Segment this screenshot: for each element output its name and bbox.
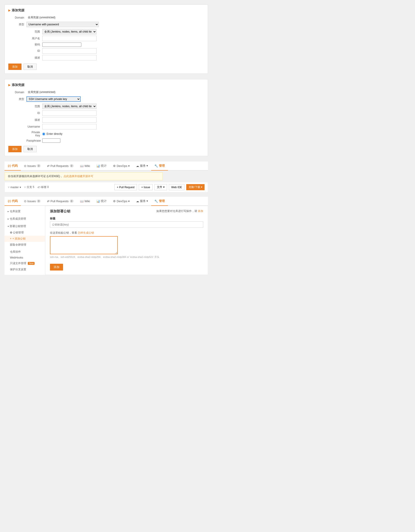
- clone-btn[interactable]: 克隆/下载 ▾: [186, 184, 204, 190]
- nav2-wiki[interactable]: 📖 Wiki: [77, 197, 93, 205]
- nav2-devops[interactable]: ⚙ DevOps ▾: [110, 197, 133, 205]
- enter-directly-radio[interactable]: [42, 133, 45, 135]
- services-icon-2: ☁: [136, 200, 139, 203]
- scope-select[interactable]: 全局 (Jenkins, nodes, items, all child ite…: [42, 29, 97, 34]
- description-input-wrapper-2[interactable]: [42, 117, 97, 123]
- title-input[interactable]: [50, 221, 203, 228]
- sidebar-item-branch-protect[interactable]: 保护分支设置: [5, 266, 45, 273]
- sidebar-group-deploy-key: 部署公钥管理 ✿ 公钥管理 + 添加公钥 获取令牌管理: [5, 223, 45, 248]
- passphrase-row: Passphrase: [27, 138, 204, 143]
- sidebar-item-readonly[interactable]: 只读文件管理 New: [5, 260, 45, 266]
- branch-item[interactable]: ⑂ master ▾: [8, 186, 21, 189]
- title-field-label: 标题: [50, 217, 203, 220]
- repo-notice-link[interactable]: 点此选择并创建开源许可: [64, 175, 93, 178]
- sidebar-group-title-members[interactable]: 仓库成员管理: [5, 216, 45, 222]
- web-ide-btn[interactable]: Web IDE: [169, 184, 185, 190]
- scope-row: 范围 全局 (Jenkins, nodes, items, all child …: [27, 29, 204, 34]
- domain-value: 全局凭据 (unrestricted): [27, 15, 57, 20]
- type-select-wrapper-2[interactable]: SSH Username with private key: [27, 96, 99, 102]
- add-credential-section-1: ▶ 添加凭据 Domain 全局凭据 (unrestricted) 类型 Use…: [5, 5, 208, 74]
- branch-label: master: [10, 186, 19, 189]
- nav2-issues[interactable]: ⊙ Issues 0: [21, 197, 44, 205]
- sidebar-item-token[interactable]: 获取令牌管理: [5, 242, 45, 248]
- nav2-services-label: 服务 ▾: [140, 199, 148, 203]
- type-select-2[interactable]: SSH Username with private key: [27, 96, 81, 102]
- issue-btn[interactable]: + Issue: [139, 184, 153, 190]
- manage-icon-2: 🔧: [154, 200, 158, 203]
- nav-manage[interactable]: 🔧 管理: [151, 162, 168, 171]
- password-label: 密码: [27, 43, 42, 47]
- username-row-2: Username: [27, 124, 204, 129]
- nav-issues[interactable]: ⊙ Issues 0: [21, 162, 44, 170]
- username-input-wrapper-2[interactable]: [42, 124, 97, 129]
- scope-select-wrapper[interactable]: 全局 (Jenkins, nodes, items, all child ite…: [42, 29, 97, 34]
- username-input[interactable]: [42, 36, 97, 41]
- scope-label-2: 范围: [27, 104, 42, 108]
- sidebar-item-hooks[interactable]: 仓库挂件: [5, 249, 45, 255]
- scope-row-2: 范围 全局 (Jenkins, nodes, items, all child …: [27, 104, 204, 109]
- username-input-2[interactable]: [42, 124, 97, 129]
- issues-icon: ⊙: [24, 164, 27, 168]
- description-input-wrapper[interactable]: [42, 55, 97, 60]
- type-select-wrapper[interactable]: Username with password: [27, 22, 99, 27]
- description-input[interactable]: [42, 55, 97, 60]
- pulls-badge-2: 0: [70, 200, 74, 203]
- cancel-button-1[interactable]: 取消: [24, 64, 37, 70]
- id-input-2[interactable]: [42, 110, 97, 116]
- nav-devops[interactable]: ⚙ DevOps ▾: [110, 162, 133, 170]
- devops-icon-2: ⚙: [113, 200, 116, 203]
- nav2-stats[interactable]: 📊 统计: [93, 197, 110, 205]
- add-button-2[interactable]: 添加: [8, 146, 21, 152]
- scope-select-2[interactable]: 全局 (Jenkins, nodes, items, all child ite…: [42, 104, 97, 109]
- section2-wrapper: ▶ 添加凭据 Domain 全局凭据 (unrestricted) 类型 SSH…: [5, 79, 410, 156]
- nav-pulls-label: Pull Requests: [50, 164, 68, 168]
- section1-title: ▶ 添加凭据: [8, 8, 204, 12]
- btn-row-2: 添加 取消: [8, 146, 204, 152]
- nav-pulls[interactable]: ⇄ Pull Requests 0: [44, 162, 77, 170]
- nav-services[interactable]: ☁ 服务 ▾: [133, 162, 151, 170]
- cancel-button-2[interactable]: 取消: [24, 146, 37, 152]
- pull-request-btn[interactable]: + Pull Request: [114, 184, 137, 190]
- sidebar-item-add-key[interactable]: + 添加公钥: [5, 236, 45, 242]
- scope-select-wrapper-2[interactable]: 全局 (Jenkins, nodes, items, all child ite…: [42, 104, 97, 109]
- password-input-wrapper[interactable]: [42, 43, 97, 47]
- passphrase-input-wrapper[interactable]: [42, 138, 97, 143]
- repo-section: ⟨/⟩ 代码 ⊙ Issues 0 ⇄ Pull Requests 0 📖 Wi…: [5, 162, 208, 192]
- username-label-2: Username: [27, 125, 42, 128]
- sidebar-group-title-deploy-key[interactable]: 部署公钥管理: [5, 223, 45, 229]
- description-input-2[interactable]: [42, 117, 97, 123]
- nav2-issues-label: Issues: [27, 200, 36, 203]
- issues-icon-2: ⊙: [24, 200, 27, 203]
- main-header: 添加部署公钥 如果您想要对仓库进行写操作，请 添加 添加部署公钥: [50, 209, 203, 217]
- key-field: 在这里粘贴公钥，查看 怎样生成公钥 ssh-rsa、ssh-ed25519、ec…: [50, 231, 203, 259]
- section1-wrapper: ▶ 添加凭据 Domain 全局凭据 (unrestricted) 类型 Use…: [5, 5, 410, 74]
- sidebar-item-webhooks[interactable]: WebHooks: [5, 255, 45, 260]
- deploy-key-add-button[interactable]: 添加: [50, 264, 63, 271]
- id-input[interactable]: [42, 48, 97, 54]
- nav-wiki[interactable]: 📖 Wiki: [77, 162, 93, 170]
- issues-badge-2: 0: [37, 200, 41, 203]
- file-btn[interactable]: 文件 ▾: [154, 184, 167, 190]
- sidebar-group-title-repo-settings[interactable]: 仓库设置: [5, 208, 45, 215]
- key-textarea[interactable]: [50, 236, 118, 254]
- passphrase-input[interactable]: [42, 138, 60, 143]
- sidebar-item-public-key[interactable]: ✿ 公钥管理: [5, 229, 45, 236]
- nav2-services[interactable]: ☁ 服务 ▾: [133, 197, 151, 205]
- type-select[interactable]: Username with password: [27, 22, 99, 27]
- password-input[interactable]: [42, 43, 81, 47]
- nav-stats-label: 统计: [101, 164, 107, 168]
- id-input-wrapper[interactable]: [42, 48, 97, 54]
- domain-row-2: Domain 全局凭据 (unrestricted): [8, 90, 204, 95]
- nav2-devops-label: DevOps ▾: [117, 200, 130, 203]
- nav2-pulls[interactable]: ⇄ Pull Requests 0: [44, 197, 77, 205]
- username-input-wrapper[interactable]: [42, 36, 97, 41]
- id-input-wrapper-2[interactable]: [42, 110, 97, 116]
- tip-link[interactable]: 添加: [198, 209, 203, 213]
- add-button-1[interactable]: 添加: [8, 64, 21, 70]
- hint-link[interactable]: 怎样生成公钥: [78, 231, 94, 234]
- password-row: 密码: [27, 43, 204, 47]
- nav2-manage[interactable]: 🔧 管理: [151, 197, 168, 206]
- nav-stats[interactable]: 📊 统计: [93, 162, 110, 170]
- nav-code[interactable]: ⟨/⟩ 代码: [5, 162, 21, 171]
- nav2-code[interactable]: ⟨/⟩ 代码: [5, 197, 21, 206]
